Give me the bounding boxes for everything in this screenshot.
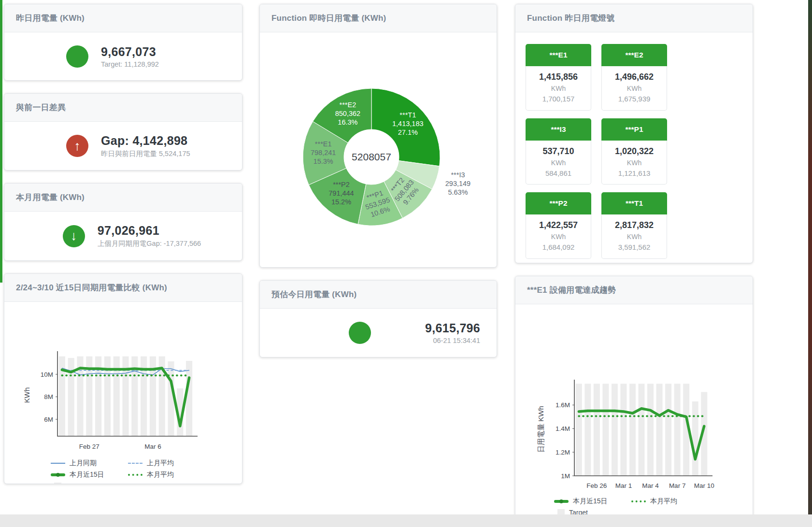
tile-unit: KWh	[527, 232, 590, 242]
legend-swatch-box_gray	[54, 483, 61, 484]
tile-body: 1,496,662KWh1,675,939	[601, 66, 667, 111]
legend-label: 本月近15日	[70, 470, 104, 479]
tile-value: 1,020,322	[603, 145, 666, 158]
legend-item[interactable]: Target	[51, 482, 128, 484]
target-bar	[186, 361, 192, 436]
tile-unit: KWh	[603, 158, 666, 168]
tile-target: 3,591,562	[603, 242, 666, 253]
y-tick-label: 6M	[44, 416, 53, 423]
panel-month-usage: 本月用電量 (KWh) ↓ 97,026,961 上個月同期用電Gap: -17…	[4, 183, 242, 261]
month-usage-value: 97,026,961	[98, 224, 201, 238]
tile-value: 1,496,662	[603, 71, 666, 84]
tile-target: 584,861	[527, 168, 590, 179]
legend-label: 上月平均	[147, 459, 174, 468]
target-bar	[639, 384, 645, 476]
tile-label: ***E1	[526, 44, 591, 66]
panel-lights-title: Function 昨日用電燈號	[515, 4, 753, 32]
panel-realtime-title: Function 即時日用電量 (KWh)	[260, 4, 497, 32]
legend-item[interactable]: 本月近15日	[51, 470, 128, 479]
column-left: 昨日用電量 (KWh) 9,667,073 Target: 11,128,992…	[4, 4, 242, 484]
x-tick-label: Mar 10	[694, 482, 714, 489]
tile-body: 2,817,832KWh3,591,562	[601, 214, 667, 259]
down-arrow-glyph: ↓	[71, 229, 77, 242]
column-middle: Function 即時日用電量 (KWh) ***T11,413,18327.1…	[259, 4, 497, 357]
status-tile-T1: ***T12,817,832KWh3,591,562	[601, 192, 667, 259]
estimate-timestamp: 06-21 15:34:41	[384, 337, 480, 344]
target-bar	[692, 401, 698, 476]
x-tick-label: Mar 7	[669, 482, 686, 489]
green-status-circle-icon	[349, 322, 371, 344]
y-axis-label: 日用電量 KWh	[537, 406, 545, 453]
target-bar	[665, 384, 671, 476]
legend-swatch-dot_green	[631, 500, 646, 502]
panel-yesterday-usage: 昨日用電量 (KWh) 9,667,073 Target: 11,128,992	[4, 4, 242, 81]
tile-unit: KWh	[527, 84, 590, 94]
status-tile-E1: ***E11,415,856KWh1,700,157	[526, 44, 591, 111]
legend-item[interactable]: 本月近15日	[554, 497, 631, 506]
target-bar	[620, 384, 627, 476]
y-tick-label: 1M	[561, 472, 570, 480]
target-bar	[576, 384, 582, 476]
arrow-up-circle-icon: ↑	[66, 135, 88, 157]
legend-swatch-line_blue	[51, 463, 65, 464]
donut-slice-label: ***I3293,1495.63%	[445, 171, 470, 196]
tile-unit: KWh	[603, 84, 666, 94]
legend-item[interactable]: 本月平均	[128, 470, 205, 479]
tile-target: 1,700,157	[527, 94, 590, 105]
compare-line-chart: 6M8M10MKWhFeb 27Mar 6	[4, 348, 242, 454]
y-axis-label: KWh	[23, 387, 31, 403]
legend-swatch-dash_blue	[128, 463, 142, 464]
scrollbar[interactable]	[808, 0, 812, 527]
status-tile-grid: ***E11,415,856KWh1,700,157***E21,496,662…	[515, 32, 753, 263]
tile-target: 1,675,939	[603, 94, 666, 105]
legend-label: 本月近15日	[573, 497, 608, 506]
y-tick-label: 1.2M	[556, 449, 570, 456]
legend-item[interactable]: 本月平均	[631, 497, 709, 506]
tile-target: 1,121,613	[603, 168, 666, 179]
legend-label: 上月同期	[70, 459, 97, 468]
tile-body: 1,422,557KWh1,684,092	[526, 214, 591, 259]
panel-e1-trend: ***E1 設備用電達成趨勢 1M1.2M1.4M1.6M日用電量 KWhFeb…	[515, 276, 753, 527]
y-tick-label: 8M	[44, 393, 53, 400]
y-tick-label: 1.6M	[556, 401, 570, 409]
x-tick-label: Mar 4	[642, 482, 659, 489]
tile-body: 537,710KWh584,861	[526, 141, 591, 185]
panel-month-title: 本月用電量 (KWh)	[4, 184, 242, 212]
up-arrow-glyph: ↑	[74, 140, 81, 153]
tile-value: 2,817,832	[603, 219, 666, 232]
month-usage-gap: 上個月同期用電Gap: -17,377,566	[98, 239, 201, 248]
tile-value: 537,710	[527, 145, 590, 158]
panel-15day-compare: 2/24~3/10 近15日同期用電量比較 (KWh) 6M8M10MKWhFe…	[4, 273, 242, 484]
tile-body: 1,415,856KWh1,700,157	[526, 66, 591, 111]
panel-e1-trend-title: ***E1 設備用電達成趨勢	[515, 276, 753, 304]
target-bar	[656, 384, 663, 476]
x-tick-label: Mar 1	[615, 482, 632, 489]
tile-value: 1,415,856	[527, 71, 590, 84]
status-tile-I3: ***I3537,710KWh584,861	[526, 118, 591, 185]
panel-estimate-title: 預估今日用電量 (KWh)	[260, 281, 497, 309]
legend-item[interactable]: 上月同期	[51, 459, 128, 468]
tile-label: ***P1	[601, 118, 667, 141]
estimate-today-value: 9,615,796	[384, 321, 480, 335]
arrow-down-circle-icon: ↓	[63, 225, 85, 247]
tile-label: ***T1	[601, 192, 667, 214]
panel-day-gap-title: 與前一日差異	[4, 94, 242, 122]
panel-estimate-today: 預估今日用電量 (KWh) 9,615,796 06-21 15:34:41	[259, 280, 497, 357]
e1-trend-line-chart: 1M1.2M1.4M1.6M日用電量 KWhFeb 26Mar 1Mar 4Ma…	[515, 377, 753, 492]
yesterday-usage-target: Target: 11,128,992	[101, 60, 198, 68]
realtime-usage-donut-chart: ***T11,413,18327.1%***I3293,1495.63%***T…	[260, 32, 497, 266]
legend-label: Target	[66, 482, 85, 484]
tile-target: 1,684,092	[527, 242, 590, 253]
legend-item[interactable]: 上月平均	[128, 459, 205, 468]
legend-swatch-line_green_thick	[554, 500, 569, 503]
panel-yesterday-lights: Function 昨日用電燈號 ***E11,415,856KWh1,700,1…	[515, 4, 753, 263]
tile-label: ***I3	[526, 118, 591, 141]
target-bar	[629, 384, 636, 476]
compare-chart-legend: 上月同期上月平均本月近15日本月平均Target	[51, 457, 215, 484]
tile-label: ***P2	[526, 192, 591, 214]
legend-swatch-line_green_thick	[51, 473, 65, 476]
status-tile-E2: ***E21,496,662KWh1,675,939	[601, 44, 667, 111]
yesterday-usage-value: 9,667,073	[101, 45, 198, 59]
target-bar	[584, 384, 591, 476]
page-background-strip	[0, 514, 812, 527]
